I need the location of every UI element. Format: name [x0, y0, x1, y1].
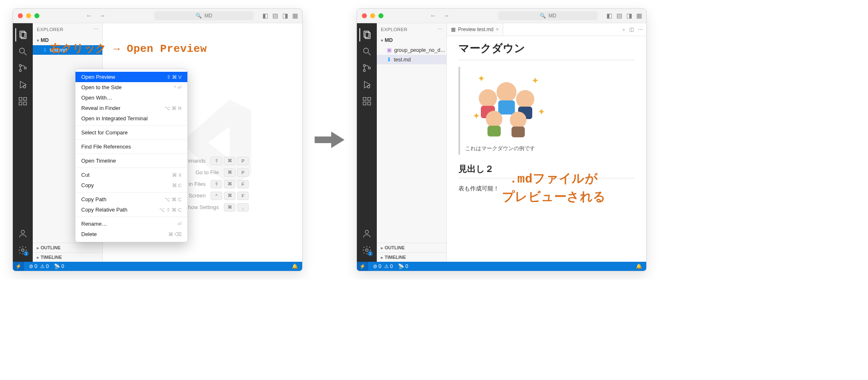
explorer-icon[interactable] — [359, 28, 373, 41]
more-actions-icon[interactable]: ⋯ — [638, 27, 643, 32]
preview-tab[interactable]: ▦ Preview test.md × — [447, 23, 503, 36]
ports-indicator[interactable]: 📡 0 — [398, 263, 408, 269]
context-menu-item[interactable]: Copy Relative Path⌥ ⇧ ⌘ C — [75, 205, 187, 215]
remote-indicator-icon[interactable]: ⚡ — [13, 262, 24, 271]
close-window-icon[interactable] — [18, 13, 23, 18]
extensions-icon[interactable] — [360, 95, 373, 108]
panel-toggle-left-icon[interactable]: ◧ — [262, 12, 268, 19]
forward-icon[interactable]: → — [99, 12, 106, 19]
screenshot-right: ← → 🔍 MD ◧ ▤ ◨ ▦ — [356, 8, 647, 271]
panel-toggle-right-icon[interactable]: ◨ — [282, 12, 288, 19]
back-icon[interactable]: ← — [86, 12, 92, 19]
context-menu-item[interactable]: Find File References — [75, 141, 187, 152]
traffic-lights — [13, 13, 44, 18]
panel-toggle-bottom-icon[interactable]: ▤ — [272, 12, 278, 19]
explorer-more-icon[interactable]: ⋯ — [438, 27, 443, 32]
svg-line-18 — [368, 53, 371, 55]
settings-gear-icon[interactable]: 1 — [360, 244, 373, 257]
close-tab-icon[interactable]: × — [496, 27, 499, 32]
search-text: MD — [548, 13, 556, 19]
context-menu-item[interactable]: Reveal in Finder⌥ ⌘ R — [75, 103, 187, 113]
explorer-icon[interactable] — [15, 28, 29, 41]
problems-indicator[interactable]: ⊘ 0 ⚠ 0 — [373, 263, 393, 269]
accounts-icon[interactable] — [360, 227, 373, 240]
problems-indicator[interactable]: ⊘ 0 ⚠ 0 — [29, 263, 49, 269]
svg-rect-0 — [20, 31, 25, 37]
minimize-window-icon[interactable] — [26, 13, 31, 18]
command-center[interactable]: 🔍 MD — [154, 11, 254, 20]
outline-section[interactable]: OUTLINE — [377, 243, 446, 252]
extensions-icon[interactable] — [16, 95, 29, 108]
layout-customize-icon[interactable]: ▦ — [292, 12, 298, 19]
svg-rect-16 — [365, 32, 370, 39]
svg-point-30 — [479, 89, 497, 107]
explorer-more-icon[interactable]: ⋯ — [94, 27, 99, 32]
status-bar: ⚡ ⊘ 0 ⚠ 0 📡 0 🔔 — [13, 262, 302, 271]
context-menu-label: Cut — [81, 172, 90, 178]
context-menu-item[interactable]: Open Timeline — [75, 156, 187, 166]
settings-badge: 1 — [368, 251, 373, 256]
context-menu-shortcut: ⌥ ⌘ R — [165, 105, 182, 111]
zoom-window-icon[interactable] — [378, 13, 383, 18]
outline-section[interactable]: OUTLINE — [33, 243, 102, 252]
run-debug-icon[interactable] — [16, 78, 29, 91]
context-menu-item[interactable]: Select for Compare — [75, 127, 187, 138]
split-editor-icon[interactable]: ◫ — [629, 27, 634, 32]
settings-gear-icon[interactable]: 1 — [16, 244, 29, 257]
close-window-icon[interactable] — [362, 13, 367, 18]
context-menu-item[interactable]: Copy⌘ C — [75, 180, 187, 190]
forward-icon[interactable]: → — [443, 12, 450, 19]
panel-toggle-bottom-icon[interactable]: ▤ — [616, 12, 622, 19]
notifications-icon[interactable]: 🔔 — [636, 263, 642, 269]
layout-customize-icon[interactable]: ▦ — [636, 12, 642, 19]
context-menu-item[interactable]: Open With… — [75, 93, 187, 103]
file-item-testmd[interactable]: ⬇ test.md — [377, 55, 446, 64]
file-name: test.md — [394, 57, 411, 63]
timeline-section[interactable]: TIMELINE — [33, 252, 102, 262]
svg-rect-15 — [364, 31, 369, 37]
search-activity-icon[interactable] — [16, 45, 29, 58]
context-menu-item[interactable]: Delete⌘ ⌫ — [75, 229, 187, 239]
timeline-section[interactable]: TIMELINE — [377, 252, 446, 262]
svg-point-36 — [486, 111, 502, 127]
markdown-file-icon: ⬇ — [43, 47, 47, 53]
notifications-icon[interactable]: 🔔 — [292, 263, 298, 269]
svg-point-17 — [364, 48, 369, 53]
keycap: P — [237, 157, 249, 165]
context-menu-item[interactable]: Open Preview⇧ ⌘ V — [75, 72, 187, 82]
workspace-root[interactable]: MD — [377, 35, 446, 45]
context-menu-item[interactable]: Open in Integrated Terminal — [75, 113, 187, 124]
traffic-lights — [357, 13, 388, 18]
accounts-icon[interactable] — [16, 227, 29, 240]
context-menu-item[interactable]: Open to the Side^ ⏎ — [75, 82, 187, 93]
context-menu-item[interactable]: Rename…⏎ — [75, 219, 187, 229]
panel-toggle-left-icon[interactable]: ◧ — [606, 12, 612, 19]
zoom-window-icon[interactable] — [34, 13, 39, 18]
context-menu-item[interactable]: Copy Path⌥ ⌘ C — [75, 194, 187, 205]
context-menu-shortcut: ^ ⏎ — [174, 85, 182, 90]
search-activity-icon[interactable] — [360, 45, 373, 58]
run-debug-icon[interactable] — [360, 78, 373, 91]
keycap: , — [237, 203, 249, 212]
source-control-icon[interactable] — [16, 61, 29, 75]
source-control-icon[interactable] — [360, 61, 373, 75]
remote-indicator-icon[interactable]: ⚡ — [357, 262, 368, 271]
back-icon[interactable]: ← — [430, 12, 436, 19]
ports-indicator[interactable]: 📡 0 — [54, 263, 64, 269]
context-menu-shortcut: ⌘ ⌫ — [168, 231, 182, 237]
panel-toggle-right-icon[interactable]: ◨ — [626, 12, 632, 19]
minimize-window-icon[interactable] — [370, 13, 375, 18]
show-source-icon[interactable]: ⟐ — [622, 27, 625, 32]
context-menu-shortcut: ⌘ X — [172, 172, 182, 178]
svg-rect-9 — [19, 97, 22, 100]
keycap: ⌘ — [224, 180, 235, 188]
context-menu-label: Copy Path — [81, 196, 107, 202]
titlebar: ← → 🔍 MD ◧ ▤ ◨ ▦ — [13, 9, 302, 23]
context-menu-label: Rename… — [81, 221, 107, 227]
command-center[interactable]: 🔍 MD — [498, 11, 598, 20]
vscode-window-right: ← → 🔍 MD ◧ ▤ ◨ ▦ — [356, 8, 647, 271]
context-menu-shortcut: ⇧ ⌘ V — [167, 74, 182, 80]
file-item-image[interactable]: ▣ group_people_no_d… — [377, 45, 446, 55]
screenshot-left: ← → 🔍 MD ◧ ▤ ◨ ▦ — [12, 8, 303, 271]
context-menu-item[interactable]: Cut⌘ X — [75, 170, 187, 180]
